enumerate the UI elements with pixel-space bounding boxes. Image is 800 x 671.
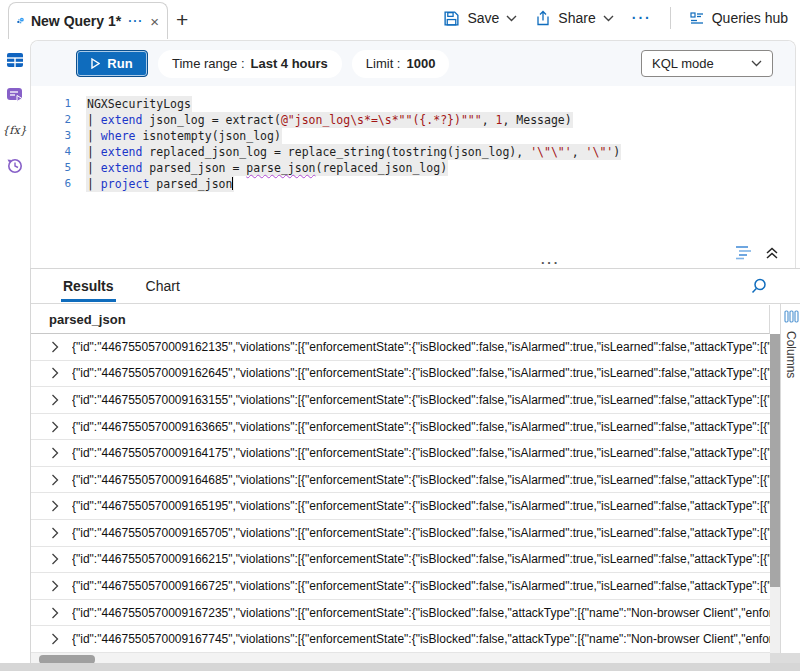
result-row[interactable]: {"id":"4467550570009163155","violations"… (31, 387, 770, 414)
code-token: where (101, 129, 136, 143)
query-tab[interactable]: New Query 1* ··· × (8, 2, 168, 39)
result-row[interactable]: {"id":"4467550570009162135","violations"… (31, 334, 770, 361)
code-token: ) (613, 145, 620, 159)
expand-chevron-icon[interactable] (51, 447, 59, 459)
expand-chevron-icon[interactable] (51, 633, 59, 645)
result-row[interactable]: {"id":"4467550570009166725","violations"… (31, 573, 770, 600)
row-json-text: {"id":"4467550570009162135","violations"… (72, 340, 770, 354)
code-token: isnotempty(json_log) (135, 129, 280, 143)
saved-queries-button[interactable] (0, 80, 29, 110)
expand-chevron-icon[interactable] (51, 341, 59, 353)
limit-value: 1000 (406, 56, 435, 71)
expand-chevron-icon[interactable] (51, 527, 59, 539)
line-number: 6 (31, 176, 71, 192)
code-editor[interactable]: 1 NGXSecurityLogs 2 | extend json_log = … (31, 86, 795, 248)
limit-label: Limit : (366, 56, 401, 71)
tab-more-button[interactable]: ··· (128, 14, 143, 28)
code-token: extend (101, 145, 143, 159)
code-line[interactable]: 3 | where isnotempty(json_log) (31, 128, 795, 144)
line-number: 2 (31, 112, 71, 128)
chevron-down-icon (751, 60, 762, 67)
queries-hub-button[interactable]: Queries hub (689, 10, 788, 26)
code-token: extend (101, 113, 143, 127)
result-row[interactable]: {"id":"4467550570009166215","violations"… (31, 547, 770, 574)
code-token: project (101, 177, 149, 191)
columns-icon (784, 310, 799, 323)
result-row[interactable]: {"id":"4467550570009162645","violations"… (31, 361, 770, 388)
tab-chart[interactable]: Chart (144, 271, 182, 302)
collapse-panel-icon[interactable] (765, 246, 779, 260)
chevron-down-icon (506, 15, 517, 22)
code-line[interactable]: 4 | extend replaced_json_log = replace_s… (31, 144, 795, 160)
code-line[interactable]: 2 | extend json_log = extract(@"json_log… (31, 112, 795, 128)
grid-header[interactable]: parsed_json (31, 305, 770, 334)
search-icon[interactable] (750, 277, 768, 295)
code-token: parsed_json = (142, 161, 246, 175)
text-cursor (232, 177, 233, 190)
code-token: , (482, 113, 496, 127)
time-range-pill[interactable]: Time range : Last 4 hours (158, 50, 342, 78)
row-json-text: {"id":"4467550570009164685","violations"… (72, 473, 770, 487)
code-token: replaced_json_log = replace_string(tostr… (142, 145, 530, 159)
more-actions-button[interactable]: ··· (632, 10, 652, 26)
code-token: json_log = extract( (142, 113, 280, 127)
row-json-text: {"id":"4467550570009165195","violations"… (72, 499, 770, 513)
table-icon (6, 52, 24, 68)
share-label: Share (558, 10, 595, 26)
result-row[interactable]: {"id":"4467550570009164685","violations"… (31, 467, 770, 494)
adx-query-window: New Query 1* ··· × + Save (0, 0, 800, 671)
expand-chevron-icon[interactable] (51, 474, 59, 486)
result-row[interactable]: {"id":"4467550570009167745","violations"… (31, 626, 770, 653)
code-token: | (87, 161, 101, 175)
expand-chevron-icon[interactable] (51, 500, 59, 512)
connections-table-button[interactable] (0, 45, 29, 75)
result-row[interactable]: {"id":"4467550570009165705","violations"… (31, 520, 770, 547)
line-number: 1 (31, 96, 71, 112)
row-json-text: {"id":"4467550570009166725","violations"… (72, 579, 770, 593)
result-row[interactable]: {"id":"4467550570009163665","violations"… (31, 414, 770, 441)
code-token: extend (101, 161, 143, 175)
expand-chevron-icon[interactable] (51, 607, 59, 619)
query-toolbar: Run Time range : Last 4 hours Limit : 10… (31, 41, 795, 86)
expand-chevron-icon[interactable] (51, 553, 59, 565)
row-json-text: {"id":"4467550570009165705","violations"… (72, 526, 770, 540)
time-range-value: Last 4 hours (251, 56, 328, 71)
code-line[interactable]: 6 | project parsed_json (31, 176, 795, 192)
save-icon (443, 10, 460, 27)
tab-close-icon[interactable]: × (150, 14, 159, 29)
limit-pill[interactable]: Limit : 1000 (352, 50, 450, 78)
expand-chevron-icon[interactable] (51, 580, 59, 592)
code-token: (replaced_json_log) (316, 161, 448, 175)
tab-title: New Query 1* (31, 13, 121, 29)
kql-mode-select[interactable]: KQL mode (641, 50, 773, 77)
save-button[interactable]: Save (443, 10, 517, 27)
code-line[interactable]: 5 | extend parsed_json = parse_json(repl… (31, 160, 795, 176)
time-range-label: Time range : (172, 56, 245, 71)
row-json-text: {"id":"4467550570009163665","violations"… (72, 420, 770, 434)
query-editor-card: Run Time range : Last 4 hours Limit : 10… (30, 40, 796, 268)
format-lines-icon[interactable] (735, 245, 755, 260)
expand-chevron-icon[interactable] (51, 421, 59, 433)
run-button[interactable]: Run (76, 50, 148, 77)
expand-chevron-icon[interactable] (51, 394, 59, 406)
expand-chevron-icon[interactable] (51, 367, 59, 379)
chevron-down-icon (603, 15, 614, 22)
result-row[interactable]: {"id":"4467550570009165195","violations"… (31, 493, 770, 520)
code-token: | (87, 113, 101, 127)
result-row[interactable]: {"id":"4467550570009164175","violations"… (31, 440, 770, 467)
column-header[interactable]: parsed_json (49, 312, 126, 327)
code-token: '\"' (586, 145, 614, 159)
vertical-scrollbar[interactable] (770, 334, 780, 653)
columns-panel-toggle[interactable]: Columns (780, 304, 800, 653)
functions-button[interactable]: {fx} (0, 115, 29, 145)
new-tab-button[interactable]: + (176, 8, 188, 32)
code-token: NGXSecurityLogs (87, 97, 191, 111)
history-button[interactable] (0, 150, 29, 180)
code-line[interactable]: 1 NGXSecurityLogs (31, 96, 795, 112)
vertical-scrollbar-thumb[interactable] (770, 334, 780, 587)
tab-bar: New Query 1* ··· × + Save (0, 0, 800, 40)
share-button[interactable]: Share (535, 10, 613, 27)
tab-results[interactable]: Results (61, 271, 116, 302)
result-row[interactable]: {"id":"4467550570009167235","violations"… (31, 600, 770, 627)
history-clock-icon (6, 157, 23, 174)
